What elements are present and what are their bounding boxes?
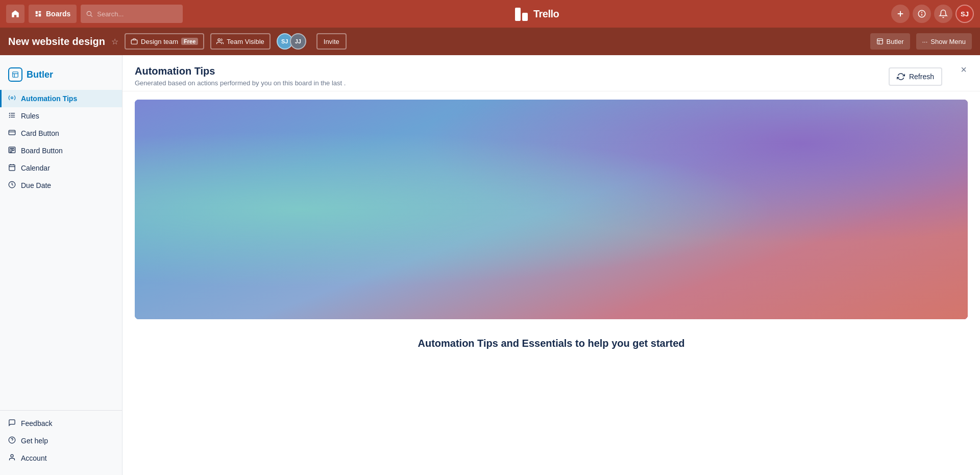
show-menu-button[interactable]: ··· Show Menu — [916, 33, 972, 50]
sidebar-item-get-help[interactable]: Get help — [0, 432, 122, 449]
svg-point-12 — [218, 39, 220, 41]
calendar-label: Calendar — [21, 164, 50, 172]
board-members: SJ JJ — [277, 33, 306, 50]
butler-sidebar-icon — [8, 67, 22, 82]
sidebar-item-account[interactable]: Account — [0, 449, 122, 467]
card-button-icon — [8, 129, 16, 138]
rules-label: Rules — [21, 112, 39, 120]
panel-header: Automation Tips Generated based on actio… — [122, 55, 980, 91]
user-avatar[interactable]: SJ — [955, 5, 974, 23]
panel-title: Automation Tips — [135, 65, 346, 77]
sidebar-item-calendar[interactable]: Calendar — [0, 159, 122, 177]
sidebar-item-due-date[interactable]: Due Date — [0, 177, 122, 194]
member-jj-avatar[interactable]: JJ — [290, 33, 306, 50]
refresh-label: Refresh — [909, 73, 934, 81]
svg-point-19 — [11, 97, 13, 99]
svg-rect-26 — [10, 148, 12, 152]
free-badge: Free — [181, 38, 198, 45]
automation-tips-content-title: Automation Tips and Essentials to help y… — [135, 327, 968, 353]
board-title: New website design — [8, 36, 105, 48]
board-button-icon — [8, 146, 16, 155]
board-star-button[interactable]: ☆ — [111, 37, 118, 46]
svg-rect-13 — [877, 39, 883, 44]
calendar-icon — [8, 163, 16, 173]
refresh-button[interactable]: Refresh — [889, 67, 942, 86]
sidebar-item-rules[interactable]: Rules — [0, 107, 122, 125]
search-placeholder: Search... — [97, 10, 124, 18]
trello-logo-icon — [515, 7, 529, 21]
trello-logo: Trello — [187, 7, 887, 21]
account-icon — [8, 454, 16, 463]
svg-rect-3 — [39, 13, 41, 16]
svg-line-5 — [91, 15, 92, 17]
panel-content: Automation Tips and Essentials to help y… — [122, 327, 980, 475]
search-bar[interactable]: Search... — [81, 5, 183, 23]
home-button[interactable] — [6, 5, 24, 23]
sidebar-item-feedback[interactable]: Feedback — [0, 415, 122, 432]
butler-sidebar-header: Butler — [0, 63, 122, 90]
automation-tips-icon — [8, 94, 16, 103]
feedback-icon — [8, 419, 16, 428]
svg-rect-23 — [9, 130, 15, 135]
sidebar-item-card-button[interactable]: Card Button — [0, 125, 122, 142]
visibility-label: Team Visible — [227, 38, 264, 45]
board-header: New website design ☆ Design team Free Te… — [0, 28, 980, 55]
add-button[interactable] — [891, 5, 910, 23]
sidebar-item-automation-tips[interactable]: Automation Tips — [0, 90, 122, 107]
svg-rect-2 — [39, 11, 41, 13]
svg-rect-11 — [131, 40, 137, 44]
svg-rect-27 — [12, 148, 14, 150]
feedback-label: Feedback — [21, 419, 52, 428]
sidebar: Butler Automation Tips Rules Card Button — [0, 55, 122, 475]
rules-icon — [8, 111, 16, 121]
svg-rect-28 — [9, 165, 15, 171]
due-date-label: Due Date — [21, 181, 51, 189]
board-button-label: Board Button — [21, 147, 63, 155]
main-content: Butler Automation Tips Rules Card Button — [0, 55, 980, 475]
info-button[interactable] — [913, 5, 931, 23]
invite-button[interactable]: Invite — [316, 33, 347, 50]
svg-rect-16 — [13, 72, 18, 78]
account-label: Account — [21, 454, 47, 462]
butler-banner — [135, 100, 968, 319]
svg-point-35 — [11, 455, 13, 457]
nav-right: SJ — [891, 5, 974, 23]
close-button[interactable]: × — [955, 61, 972, 78]
team-label: Design team — [141, 38, 178, 45]
get-help-label: Get help — [21, 437, 48, 445]
svg-point-4 — [87, 11, 91, 15]
boards-button[interactable]: Boards — [29, 5, 77, 23]
svg-rect-1 — [36, 15, 38, 16]
right-panel: Automation Tips Generated based on actio… — [122, 55, 980, 475]
card-button-label: Card Button — [21, 129, 59, 137]
sidebar-item-board-button[interactable]: Board Button — [0, 142, 122, 159]
automation-tips-label: Automation Tips — [21, 94, 77, 103]
design-team-button[interactable]: Design team Free — [125, 33, 204, 50]
notifications-button[interactable] — [934, 5, 952, 23]
sidebar-bottom: Feedback Get help Account — [0, 410, 122, 467]
butler-button[interactable]: Butler — [870, 33, 910, 50]
butler-sidebar-label: Butler — [27, 69, 53, 80]
svg-rect-0 — [36, 11, 38, 14]
due-date-icon — [8, 181, 16, 190]
top-nav: Boards Search... Trello SJ — [0, 0, 980, 28]
panel-subtitle: Generated based on actions performed by … — [135, 79, 346, 87]
visibility-button[interactable]: Team Visible — [210, 33, 270, 50]
help-icon — [8, 436, 16, 445]
